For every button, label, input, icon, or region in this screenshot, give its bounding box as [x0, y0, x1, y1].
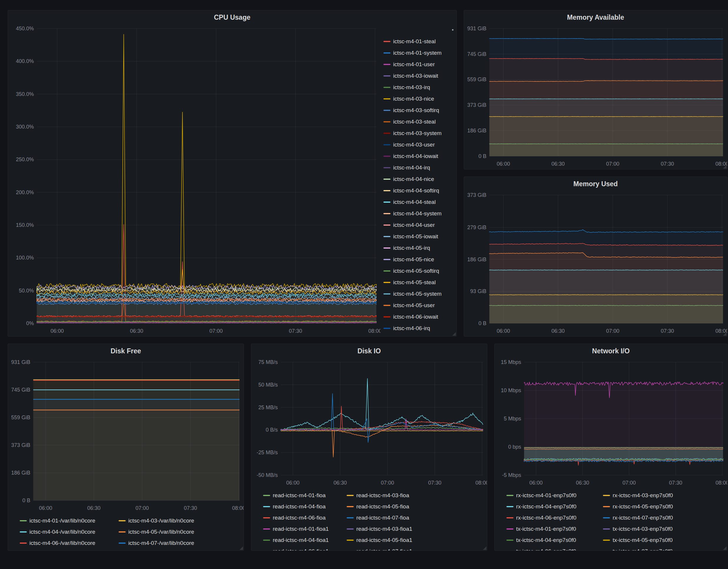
legend-item[interactable]: ictsc-m4-01-steal	[380, 36, 456, 47]
svg-text:450.0%: 450.0%	[16, 26, 34, 31]
legend-label: ictsc-m4-05-steal	[393, 279, 436, 286]
legend-item[interactable]: ictsc-m4-01-user	[380, 59, 456, 70]
legend-item[interactable]: tx-ictsc-m4-07-enp7s0f0	[603, 546, 724, 550]
network-io-chart[interactable]: 15 Mbps10 Mbps5 Mbps0 bps-5 Mbps06:0006:…	[495, 358, 727, 488]
legend-item[interactable]: ictsc-m4-05-iowait	[380, 231, 456, 242]
panel-title[interactable]: CPU Usage	[214, 14, 250, 21]
legend-item[interactable]: ictsc-m4-07-/var/lib/n0core	[119, 538, 241, 549]
legend-item[interactable]: ictsc-m4-04-nice	[380, 173, 456, 185]
legend-item[interactable]: ictsc-m4-05-nice	[380, 254, 456, 265]
legend-item[interactable]: ictsc-m4-05-/var/lib/n0core	[119, 526, 241, 538]
legend-item[interactable]: ictsc-m4-03-system	[380, 127, 456, 139]
legend-item[interactable]: read-ictsc-m4-07-fioa1	[347, 546, 484, 550]
legend-item[interactable]: ictsc-m4-01-system	[380, 47, 456, 59]
legend-label: ictsc-m4-04-system	[393, 210, 442, 217]
legend-item[interactable]: tx-ictsc-m4-01-enp7s0f0	[506, 523, 603, 535]
legend-color-icon	[603, 495, 610, 496]
legend-item[interactable]: rx-ictsc-m4-01-enp7s0f0	[506, 490, 603, 501]
panel-resize-handle[interactable]	[240, 546, 243, 550]
legend-item[interactable]: read-ictsc-m4-05-fioa	[347, 501, 484, 512]
legend-item[interactable]: tx-ictsc-m4-03-enp7s0f0	[603, 523, 724, 535]
legend-color-icon	[506, 528, 513, 530]
svg-text:07:00: 07:00	[622, 480, 636, 486]
legend-item[interactable]: read-ictsc-m4-05-fioa1	[347, 535, 484, 546]
legend-item[interactable]: ictsc-m4-05-user	[380, 300, 456, 311]
disk-io-legend: read-ictsc-m4-01-fioaread-ictsc-m4-03-fi…	[251, 488, 487, 550]
cpu-usage-chart[interactable]: 450.0%400.0%350.0%300.0%250.0%200.0%150.…	[8, 24, 380, 336]
legend-item[interactable]: tx-ictsc-m4-05-enp7s0f0	[603, 535, 724, 546]
legend-item[interactable]: ictsc-m4-04-softirq	[380, 185, 456, 196]
panel-resize-handle[interactable]	[723, 165, 727, 169]
legend-item[interactable]: rx-ictsc-m4-05-enp7s0f0	[603, 501, 724, 512]
legend-item[interactable]: ictsc-m4-03-softirq	[380, 104, 456, 116]
legend-item[interactable]: ictsc-m4-03-irq	[380, 81, 456, 93]
panel-title[interactable]: Disk Free	[111, 347, 141, 355]
svg-text:15 Mbps: 15 Mbps	[501, 359, 521, 365]
legend-item[interactable]: ictsc-m4-03-iowait	[380, 70, 456, 81]
panel-resize-handle[interactable]	[723, 332, 727, 336]
legend-item[interactable]: ictsc-m4-04-steal	[380, 196, 456, 208]
panel-disk-io: Disk IO 75 MB/s50 MB/s25 MB/s0 B/s-25 MB…	[251, 344, 487, 551]
legend-item[interactable]: ictsc-m4-05-steal	[380, 277, 456, 288]
legend-item[interactable]: tx-ictsc-m4-06-enp7s0f0	[506, 546, 603, 550]
legend-item[interactable]: rx-ictsc-m4-04-enp7s0f0	[506, 501, 603, 512]
panel-resize-handle[interactable]	[723, 546, 727, 550]
legend-color-icon	[506, 495, 513, 496]
legend-item[interactable]: ictsc-m4-03-/var/lib/n0core	[119, 515, 241, 526]
svg-text:50.0%: 50.0%	[19, 288, 34, 294]
legend-item[interactable]: ictsc-m4-04-/var/lib/n0core	[20, 526, 119, 538]
legend-item[interactable]: read-ictsc-m4-04-fioa1	[263, 535, 347, 546]
legend-item[interactable]: ictsc-m4-03-nice	[380, 93, 456, 104]
legend-item[interactable]: rx-ictsc-m4-07-enp7s0f0	[603, 512, 724, 523]
legend-color-icon	[263, 528, 270, 530]
svg-text:06:00: 06:00	[39, 505, 52, 511]
panel-title[interactable]: Network I/O	[592, 347, 630, 355]
panel-title[interactable]: Disk IO	[358, 347, 381, 355]
legend-item[interactable]: ictsc-m4-06-/var/lib/n0core	[20, 538, 119, 549]
legend-color-icon	[603, 540, 610, 541]
legend-label: read-ictsc-m4-07-fioa	[356, 515, 409, 521]
memory-available-chart[interactable]: 931 GiB745 GiB559 GiB373 GiB186 GiB0 B06…	[464, 24, 727, 169]
legend-label: read-ictsc-m4-01-fioa1	[273, 526, 329, 532]
legend-item[interactable]: ictsc-m4-04-irq	[380, 162, 456, 173]
memory-used-chart[interactable]: 373 GiB279 GiB186 GiB93 GiB0 B06:0006:30…	[464, 191, 727, 336]
panel-resize-handle[interactable]	[483, 546, 486, 550]
legend-item[interactable]: ictsc-m4-04-user	[380, 219, 456, 231]
panel-cpu-usage: CPU Usage 450.0%400.0%350.0%300.0%250.0%…	[8, 10, 457, 337]
legend-item[interactable]: ictsc-m4-03-steal	[380, 116, 456, 127]
legend-item[interactable]: ictsc-m4-03-user	[380, 139, 456, 150]
legend-item[interactable]: read-ictsc-m4-06-fioa	[263, 512, 347, 523]
legend-item[interactable]: read-ictsc-m4-03-fioa1	[347, 523, 484, 535]
legend-item[interactable]: ictsc-m4-01-/var/lib/n0core	[20, 515, 119, 526]
legend-label: ictsc-m4-04-irq	[393, 164, 430, 171]
legend-item[interactable]: read-ictsc-m4-03-fioa	[347, 490, 484, 501]
disk-free-chart[interactable]: 931 GiB745 GiB559 GiB373 GiB186 GiB0 B06…	[8, 358, 244, 513]
panel-network-io: Network I/O 15 Mbps10 Mbps5 Mbps0 bps-5 …	[494, 344, 727, 551]
legend-label: ictsc-m4-01-steal	[393, 38, 436, 45]
panel-title[interactable]: Memory Used	[574, 180, 618, 188]
legend-item[interactable]: read-ictsc-m4-01-fioa1	[263, 523, 347, 535]
legend-item[interactable]: ictsc-m4-06-nice	[380, 334, 456, 336]
legend-item[interactable]: ictsc-m4-06-iowait	[380, 311, 456, 322]
legend-item[interactable]: ictsc-m4-05-system	[380, 288, 456, 300]
legend-item[interactable]: ictsc-m4-05-softirq	[380, 265, 456, 277]
disk-io-chart[interactable]: 75 MB/s50 MB/s25 MB/s0 B/s-25 MB/s-50 MB…	[251, 358, 487, 488]
panel-resize-handle[interactable]	[452, 332, 456, 336]
legend-item[interactable]: tx-ictsc-m4-04-enp7s0f0	[506, 535, 603, 546]
legend-color-icon	[383, 236, 390, 237]
legend-item[interactable]: rx-ictsc-m4-06-enp7s0f0	[506, 512, 603, 523]
svg-text:50 MB/s: 50 MB/s	[258, 382, 278, 388]
legend-item[interactable]: ictsc-m4-06-irq	[380, 322, 456, 334]
svg-text:186 GiB: 186 GiB	[467, 128, 486, 134]
legend-item[interactable]: rx-ictsc-m4-03-enp7s0f0	[603, 490, 724, 501]
legend-item[interactable]: ictsc-m4-05-irq	[380, 242, 456, 254]
legend-item[interactable]: ictsc-m4-04-iowait	[380, 150, 456, 162]
legend-item[interactable]: read-ictsc-m4-04-fioa	[263, 501, 347, 512]
panel-title[interactable]: Memory Available	[567, 14, 624, 21]
legend-label: ictsc-m4-06-irq	[393, 325, 430, 332]
legend-item[interactable]: ictsc-m4-04-system	[380, 208, 456, 219]
legend-item[interactable]: read-ictsc-m4-01-fioa	[263, 490, 347, 501]
legend-item[interactable]: read-ictsc-m4-06-fioa1	[263, 546, 347, 550]
legend-item[interactable]: read-ictsc-m4-07-fioa	[347, 512, 484, 523]
svg-text:0%: 0%	[26, 320, 34, 326]
